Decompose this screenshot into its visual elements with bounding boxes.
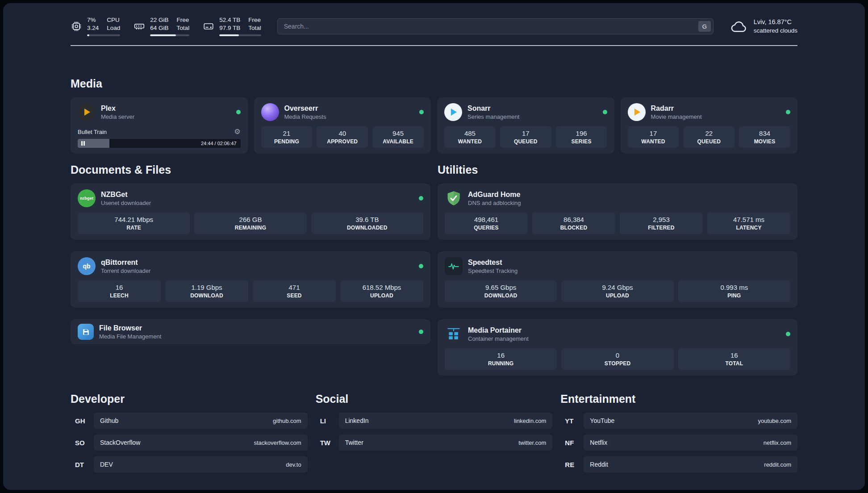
- bookmark-dev[interactable]: DT DEVdev.to: [71, 456, 308, 472]
- weather-location: Lviv, 16.87°C: [754, 18, 797, 27]
- stat-tile: 17WANTED: [628, 126, 679, 148]
- bookmark-url: linkedin.com: [514, 418, 546, 424]
- bookmark-reddit[interactable]: RE Redditreddit.com: [560, 456, 797, 472]
- stat-value: 485: [446, 130, 494, 137]
- topbar-divider: [71, 45, 797, 46]
- nzbget-card[interactable]: nzbget NZBGet Usenet downloader 744.21 M…: [71, 184, 430, 240]
- stat-value: 1.19 Gbps: [167, 284, 246, 291]
- bookmark-youtube[interactable]: YT YouTubeyoutube.com: [560, 413, 797, 429]
- stat-label: RUNNING: [447, 360, 555, 367]
- app-subtitle: Movie management: [651, 113, 702, 120]
- stat-tile: 196SERIES: [556, 126, 607, 148]
- cpu-load-value: 3.24: [87, 25, 99, 32]
- stat-tile: 485WANTED: [444, 126, 496, 148]
- stat-tile: 22QUEUED: [683, 126, 734, 148]
- stat-label: REMAINING: [196, 225, 305, 231]
- cpu-usage-value: 7%: [87, 17, 99, 24]
- stat-tile: 86,384BLOCKED: [532, 213, 615, 234]
- stat-label: DOWNLOADED: [313, 225, 421, 231]
- stat-value: 498,461: [447, 216, 526, 223]
- section-social: Social LI LinkedInlinkedin.com TW Twitte…: [316, 393, 553, 472]
- bookmark-linkedin[interactable]: LI LinkedInlinkedin.com: [316, 413, 553, 429]
- cpu-progress-bar: [87, 34, 120, 36]
- stat-label: BLOCKED: [534, 225, 613, 231]
- app-subtitle: Container management: [468, 335, 529, 342]
- qbittorrent-card[interactable]: qb qBittorrent Torrent downloader 16LEEC…: [71, 251, 430, 308]
- app-subtitle: Speedtest Tracking: [468, 267, 517, 274]
- gear-icon[interactable]: ⚙: [234, 128, 240, 135]
- stat-value: 2,953: [622, 216, 701, 223]
- plex-now-playing: Bullet Train ⚙ 24:44 / 02:06:47: [78, 124, 241, 148]
- disk-widget: 52.4 TB Free 97.9 TB Total: [203, 17, 261, 36]
- section-documents: Documents & Files nzbget NZBGet Usenet d…: [71, 163, 430, 344]
- stat-value: 618.52 Mbps: [342, 284, 421, 291]
- bookmark-abbr: GH: [71, 417, 94, 425]
- bookmark-url: stackoverflow.com: [254, 439, 301, 446]
- disk-total-label: Total: [248, 25, 261, 32]
- stat-label: QUEUED: [685, 138, 733, 145]
- stat-tile: 945AVAILABLE: [372, 126, 424, 148]
- bookmark-name: Twitter: [345, 439, 363, 446]
- top-bar: 7% CPU 3.24 Load 22 GiB: [71, 17, 797, 36]
- pause-button[interactable]: [81, 141, 85, 146]
- search-input[interactable]: [277, 18, 714, 34]
- disk-free-label: Free: [248, 17, 261, 24]
- bookmark-name: YouTube: [590, 417, 614, 424]
- sonarr-card[interactable]: Sonarr Series management 485WANTED 17QUE…: [437, 97, 614, 154]
- radarr-card[interactable]: Radarr Movie management 17WANTED 22QUEUE…: [621, 97, 798, 154]
- app-name: Speedtest: [468, 259, 517, 267]
- stat-value: 0: [563, 351, 672, 359]
- bookmark-stackoverflow[interactable]: SO StackOverflowstackoverflow.com: [71, 435, 308, 451]
- section-entertainment: Entertainment YT YouTubeyoutube.com NF N…: [560, 393, 797, 472]
- adguard-shield-icon: [445, 189, 463, 207]
- status-dot: [419, 110, 424, 114]
- section-title-documents: Documents & Files: [71, 163, 430, 176]
- filebrowser-card[interactable]: File Browser Media File Management: [71, 319, 430, 344]
- stat-label: AVAILABLE: [374, 138, 422, 145]
- disk-icon: [203, 21, 214, 32]
- app-subtitle: Torrent downloader: [101, 267, 150, 274]
- bookmark-twitter[interactable]: TW Twittertwitter.com: [316, 435, 553, 451]
- search-engine-button[interactable]: G: [698, 21, 711, 32]
- stat-value: 16: [680, 351, 789, 359]
- cpu-progress-fill: [87, 34, 89, 36]
- section-title-media: Media: [71, 77, 797, 90]
- bookmark-github[interactable]: GH Githubgithub.com: [71, 413, 308, 429]
- portainer-card[interactable]: Media Portainer Container management 16R…: [438, 319, 797, 376]
- stat-value: 0.993 ms: [680, 284, 789, 291]
- adguard-card[interactable]: AdGuard Home DNS and adblocking 498,461Q…: [438, 184, 797, 240]
- stat-label: QUERIES: [447, 225, 526, 231]
- seek-bar: 24:44 / 02:06:47: [78, 139, 241, 148]
- stat-label: RATE: [79, 225, 188, 231]
- stat-tile: 1.19 GbpsDOWNLOAD: [165, 280, 248, 302]
- stat-label: APPROVED: [318, 138, 366, 145]
- stat-value: 196: [558, 130, 605, 137]
- disk-total-value: 97.9 TB: [219, 25, 240, 32]
- stat-label: PING: [680, 292, 789, 299]
- stat-value: 945: [374, 130, 422, 137]
- stat-tile: 618.52 MbpsUPLOAD: [340, 280, 423, 302]
- dashboard: 7% CPU 3.24 Load 22 GiB: [3, 3, 865, 490]
- stat-value: 40: [318, 130, 366, 137]
- plex-card[interactable]: Plex Media server Bullet Train ⚙: [71, 97, 248, 154]
- stat-tile: 266 GBREMAINING: [194, 213, 306, 234]
- stat-value: 39.6 TB: [313, 216, 421, 223]
- stat-tile: 9.24 GbpsUPLOAD: [561, 280, 673, 302]
- status-dot: [603, 110, 607, 114]
- stat-value: 17: [502, 130, 550, 137]
- bookmark-netflix[interactable]: NF Netflixnetflix.com: [560, 435, 797, 451]
- portainer-crane-icon: [445, 325, 463, 343]
- overseerr-card[interactable]: Overseerr Media Requests 21PENDING 40APP…: [254, 97, 431, 154]
- section-developer: Developer GH Githubgithub.com SO StackOv…: [71, 393, 308, 472]
- stat-tile: 17QUEUED: [500, 126, 551, 148]
- app-name: NZBGet: [101, 191, 151, 199]
- speedtest-card[interactable]: Speedtest Speedtest Tracking 9.65 GbpsDO…: [438, 251, 797, 308]
- stat-label: SEED: [255, 292, 334, 299]
- app-name: AdGuard Home: [468, 191, 521, 199]
- stat-label: UPLOAD: [563, 292, 672, 299]
- weather-condition: scattered clouds: [754, 27, 797, 35]
- stat-tile: 498,461QUERIES: [445, 213, 528, 234]
- stat-value: 9.65 Gbps: [447, 284, 555, 291]
- cloud-icon: [730, 19, 748, 33]
- app-name: Overseerr: [284, 104, 326, 113]
